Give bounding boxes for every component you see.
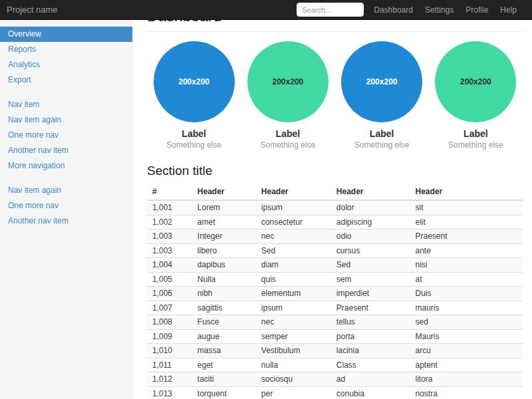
table-cell: per xyxy=(256,386,331,399)
table-row: 1,011egetnullaClassaptent xyxy=(147,358,523,372)
table-cell: 1,005 xyxy=(147,272,192,287)
table-cell: 1,001 xyxy=(147,200,192,215)
table-cell: at xyxy=(410,272,523,287)
table-cell: nulla xyxy=(256,358,331,372)
table-row: 1,006nibhelementumimperdietDuis xyxy=(147,287,523,301)
placeholder-row: 200x200LabelSomething else200x200LabelSo… xyxy=(147,41,523,150)
table-cell: nostra xyxy=(410,386,523,399)
placeholder-sublabel: Something else xyxy=(147,140,241,150)
data-table: #HeaderHeaderHeaderHeader 1,001Loremipsu… xyxy=(147,184,523,399)
table-cell: 1,011 xyxy=(147,358,192,372)
table-cell: lacinia xyxy=(331,344,410,358)
table-cell: 1,003 xyxy=(147,229,192,244)
top-link-profile[interactable]: Profile xyxy=(460,0,494,20)
table-cell: dapibus xyxy=(192,258,256,273)
table-cell: ipsum xyxy=(256,301,331,315)
table-cell: Praesent xyxy=(331,301,410,315)
table-cell: Lorem xyxy=(192,200,256,215)
sidebar-item-analytics[interactable]: Analytics xyxy=(0,57,132,72)
table-row: 1,005Nullaquissemat xyxy=(147,272,523,287)
sidebar-item-nav-item-again[interactable]: Nav item again xyxy=(0,183,132,198)
table-cell: Class xyxy=(331,358,410,372)
brand-title[interactable]: Project name xyxy=(0,5,65,15)
sidebar-item-reports[interactable]: Reports xyxy=(0,42,132,57)
table-cell: 1,012 xyxy=(147,372,192,387)
table-cell: eget xyxy=(192,358,256,372)
sidebar-item-one-more-nav[interactable]: One more nav xyxy=(0,198,132,213)
table-cell: ante xyxy=(410,243,523,258)
table-cell: tellus xyxy=(331,315,410,330)
table-row: 1,012tacitisociosquadlitora xyxy=(147,372,523,387)
table-row: 1,003liberoSedcursusante xyxy=(147,243,523,258)
placeholder-circle-image: 200x200 xyxy=(341,41,422,122)
table-cell: 1,006 xyxy=(147,287,192,301)
table-cell: 1,013 xyxy=(147,386,192,399)
table-cell: 1,002 xyxy=(147,215,192,229)
table-cell: Mauris xyxy=(410,329,523,344)
table-column-header: Header xyxy=(192,184,256,200)
sidebar-item-export[interactable]: Export xyxy=(0,72,132,88)
table-row: 1,001Loremipsumdolorsit xyxy=(147,200,523,215)
placeholder-circle-image: 200x200 xyxy=(247,41,329,122)
table-cell: arcu xyxy=(410,344,523,358)
table-row: 1,010massaVestibulumlaciniaarcu xyxy=(147,344,523,358)
table-cell: amet xyxy=(192,215,256,229)
placeholder-circle-image: 200x200 xyxy=(435,41,516,122)
placeholder-label: Label xyxy=(335,128,429,139)
table-row: 1,007sagittisipsumPraesentmauris xyxy=(147,301,523,315)
table-cell: Integer xyxy=(192,229,256,244)
table-cell: 1,007 xyxy=(147,301,192,315)
main-content: Dashboard 200x200LabelSomething else200x… xyxy=(133,0,532,399)
sidebar-group: Nav itemNav item againOne more navAnothe… xyxy=(0,97,132,174)
sidebar-group: OverviewReportsAnalyticsExport xyxy=(0,27,132,88)
placeholder-sublabel: Something else xyxy=(241,140,334,150)
table-cell: augue xyxy=(192,329,256,344)
table-cell: sociosqu xyxy=(256,372,331,387)
placeholder-label: Label xyxy=(429,128,523,139)
table-cell: massa xyxy=(192,344,256,358)
top-link-settings[interactable]: Settings xyxy=(419,0,460,20)
search-input[interactable] xyxy=(297,3,364,17)
placeholder-label: Label xyxy=(147,128,241,139)
sidebar-item-another-nav-item[interactable]: Another nav item xyxy=(0,143,132,158)
table-cell: consectetur xyxy=(256,215,331,229)
table-cell: odio xyxy=(331,229,410,244)
sidebar-item-nav-item[interactable]: Nav item xyxy=(0,97,132,112)
table-cell: 1,010 xyxy=(147,344,192,358)
table-cell: dolor xyxy=(331,200,410,215)
table-cell: ad xyxy=(331,372,410,387)
table-cell: taciti xyxy=(192,372,256,387)
table-cell: 1,004 xyxy=(147,258,192,273)
table-cell: semper xyxy=(256,329,331,344)
table-head: #HeaderHeaderHeaderHeader xyxy=(147,184,523,200)
sidebar-item-more-navigation[interactable]: More navigation xyxy=(0,158,132,174)
sidebar-item-another-nav-item[interactable]: Another nav item xyxy=(0,213,132,229)
sidebar-item-one-more-nav[interactable]: One more nav xyxy=(0,128,132,143)
top-link-dashboard[interactable]: Dashboard xyxy=(368,0,419,20)
table-cell: diam xyxy=(256,258,331,273)
placeholder-circle-image: 200x200 xyxy=(154,41,235,122)
sidebar-nav: OverviewReportsAnalyticsExportNav itemNa… xyxy=(0,27,132,229)
table-cell: nec xyxy=(256,229,331,244)
top-navbar: Project name DashboardSettingsProfileHel… xyxy=(0,0,532,20)
table-cell: sit xyxy=(410,200,523,215)
table-row: 1,004dapibusdiamSednisi xyxy=(147,258,523,273)
table-cell: Vestibulum xyxy=(256,344,331,358)
sidebar-item-nav-item-again[interactable]: Nav item again xyxy=(0,112,132,128)
table-cell: conubia xyxy=(331,386,410,399)
table-cell: Sed xyxy=(331,258,410,273)
table-cell: sed xyxy=(410,315,523,330)
table-cell: 1,008 xyxy=(147,315,192,330)
section-title: Section title xyxy=(147,164,523,178)
sidebar-item-overview[interactable]: Overview xyxy=(0,27,132,42)
table-cell: sem xyxy=(331,272,410,287)
table-cell: litora xyxy=(410,372,523,387)
placeholder-card: 200x200LabelSomething else xyxy=(241,41,334,150)
table-cell: porta xyxy=(331,329,410,344)
table-cell: nibh xyxy=(192,287,256,301)
table-cell: Duis xyxy=(410,287,523,301)
table-cell: ipsum xyxy=(256,200,331,215)
placeholder-card: 200x200LabelSomething else xyxy=(335,41,429,150)
top-link-help[interactable]: Help xyxy=(494,0,523,20)
placeholder-sublabel: Something else xyxy=(335,140,429,150)
